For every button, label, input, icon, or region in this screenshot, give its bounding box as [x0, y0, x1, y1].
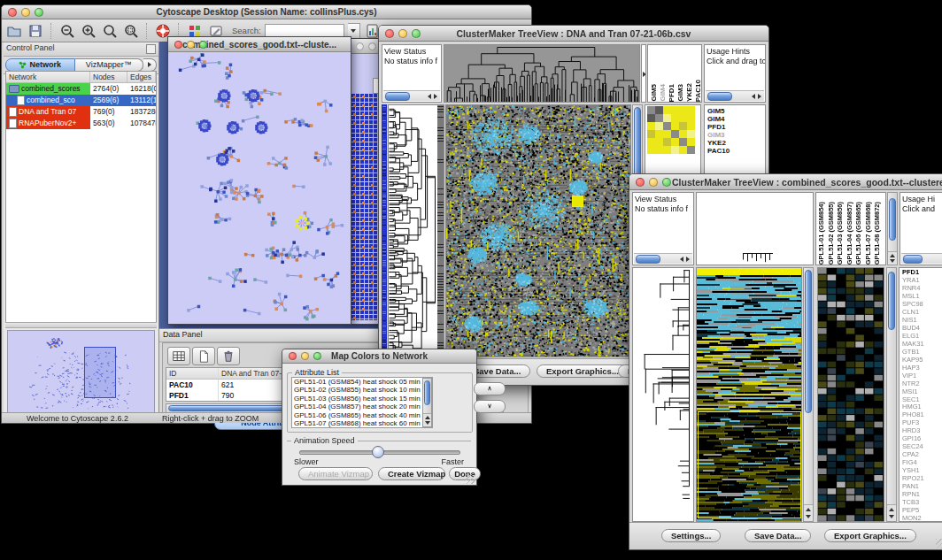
network-row[interactable]: DNA and Tran 07769(0)183728(0) [6, 106, 156, 118]
network-window-titlebar[interactable]: combined_scores_good.txt--cluste... [168, 37, 351, 52]
similarity-matrix[interactable] [647, 106, 695, 154]
close-button[interactable] [356, 42, 364, 50]
move-up-button[interactable]: ∧ [474, 382, 506, 395]
cytoscape-titlebar[interactable]: Cytoscape Desktop (Session Name: collins… [2, 5, 531, 19]
attribute-item[interactable]: GPL51-01 (GSM854) heat shock 05 min [292, 378, 432, 386]
tv2-zoom-vscrollbar[interactable] [886, 267, 897, 522]
treeview2-titlebar[interactable]: ClusterMaker TreeView : combined_scores_… [629, 174, 942, 190]
matrix-cell[interactable] [647, 130, 655, 138]
header-network[interactable]: Network [6, 72, 90, 82]
delete-attribute-icon[interactable] [217, 347, 240, 365]
animate-vizmap-button[interactable]: Animate Vizmap [298, 467, 373, 480]
tab-network[interactable]: Network [5, 58, 75, 72]
close-button[interactable] [636, 178, 645, 187]
new-attribute-icon[interactable] [192, 347, 215, 365]
column-id[interactable]: ID [166, 368, 219, 379]
matrix-cell[interactable] [679, 122, 687, 130]
matrix-cell[interactable] [647, 122, 655, 130]
network-row[interactable]: RNAPuberNov2+563(0)107847(0) [6, 118, 156, 129]
matrix-cell[interactable] [663, 114, 671, 122]
matrix-cell[interactable] [679, 114, 687, 122]
move-down-button[interactable]: ∨ [474, 400, 506, 413]
gene-label[interactable]: PAC10 [707, 147, 765, 155]
tv2-row-dendrogram[interactable] [632, 267, 694, 522]
matrix-cell[interactable] [687, 130, 695, 138]
matrix-cell[interactable] [655, 122, 663, 130]
tab-vizmapper[interactable]: VizMapper™ [75, 58, 144, 72]
matrix-cell[interactable] [647, 106, 655, 114]
attribute-item[interactable]: GPL51-02 (GSM855) heat shock 10 min [292, 386, 432, 394]
treeview1-titlebar[interactable]: ClusterMaker TreeView : DNA and Tran 07-… [379, 26, 768, 42]
matrix-cell[interactable] [671, 106, 679, 114]
matrix-cell[interactable] [647, 138, 655, 146]
resize-grip[interactable] [936, 539, 942, 548]
close-button[interactable] [174, 41, 182, 49]
zoom-out-icon[interactable] [58, 22, 76, 40]
attribute-item[interactable]: GPL51-07 (GSM868) heat shock 60 min [292, 419, 432, 427]
close-button[interactable] [289, 352, 297, 360]
network-row[interactable]: combined_sco2569(6)13112(15) [6, 95, 156, 106]
gene-label[interactable]: PFD1 [707, 123, 765, 131]
float-panel-icon[interactable] [146, 44, 156, 54]
tv1-hints-hscrollbar[interactable] [706, 90, 764, 101]
matrix-cell[interactable] [687, 114, 695, 122]
matrix-cell[interactable] [679, 130, 687, 138]
matrix-cell[interactable] [663, 122, 671, 130]
tv2-hints-hscrollbar[interactable] [901, 253, 942, 264]
matrix-cell[interactable] [671, 122, 679, 130]
minimize-button[interactable] [649, 178, 658, 187]
matrix-cell[interactable] [655, 114, 663, 122]
minimize-button[interactable] [187, 41, 195, 49]
matrix-cell[interactable] [679, 138, 687, 146]
zoom-button[interactable] [412, 29, 421, 38]
attribute-select-icon[interactable] [167, 347, 190, 365]
matrix-cell[interactable] [663, 138, 671, 146]
done-button[interactable]: Done [449, 467, 481, 480]
zoom-in-icon[interactable] [80, 22, 97, 40]
tv2-status-hscrollbar[interactable] [634, 253, 692, 264]
matrix-cell[interactable] [663, 146, 671, 154]
network-row[interactable]: combined_scores2764(0)16218(0) [6, 83, 156, 95]
matrix-cell[interactable] [671, 138, 679, 146]
zoom-button[interactable] [35, 8, 43, 17]
matrix-cell[interactable] [671, 146, 679, 154]
matrix-cell[interactable] [687, 106, 695, 114]
gene-label[interactable]: GIM4 [707, 115, 765, 123]
open-folder-icon[interactable] [5, 22, 23, 40]
matrix-cell[interactable] [679, 106, 687, 114]
gene-label[interactable]: GIM3 [707, 131, 765, 139]
resize-grip[interactable] [466, 474, 475, 484]
matrix-cell[interactable] [655, 146, 663, 154]
close-button[interactable] [385, 29, 394, 38]
speed-slider-thumb[interactable] [372, 446, 384, 458]
minimize-button[interactable] [398, 29, 407, 38]
matrix-cell[interactable] [655, 138, 663, 146]
tv2-labels-vscrollbar[interactable] [887, 192, 898, 265]
attribute-item[interactable]: GPL51-04 (GSM857) heat shock 20 min [292, 403, 432, 410]
matrix-cell[interactable] [671, 114, 679, 122]
matrix-cell[interactable] [687, 146, 695, 154]
tv2-heatmap[interactable] [696, 267, 802, 522]
tv1-row-dendrogram[interactable] [388, 104, 444, 357]
tv2-heatmap-vscrollbar[interactable] [803, 267, 814, 522]
network-view-canvas[interactable] [169, 53, 348, 321]
matrix-cell[interactable] [663, 130, 671, 138]
header-edges[interactable]: Edges [127, 72, 156, 82]
gene-label[interactable]: GIM5 [707, 107, 765, 115]
tv1-button-export-graphics-[interactable]: Export Graphics... [537, 364, 629, 378]
matrix-cell[interactable] [679, 146, 687, 154]
minimize-button[interactable] [368, 42, 376, 50]
dialog-titlebar[interactable]: Map Colors to Network [282, 349, 476, 364]
close-button[interactable] [8, 8, 17, 17]
zoom-selected-icon[interactable] [101, 22, 119, 40]
tv1-status-hscrollbar[interactable] [383, 90, 440, 101]
birdseye-canvas[interactable] [8, 331, 153, 410]
tv2-button-export-graphics-[interactable]: Export Graphics... [824, 529, 916, 542]
zoom-button[interactable] [199, 41, 207, 49]
birdseye-viewport-rect[interactable] [84, 347, 116, 398]
birdseye-view[interactable] [7, 330, 155, 413]
zoom-button[interactable] [313, 352, 321, 360]
tv2-column-dendrogram[interactable] [696, 192, 814, 265]
panel-splitter[interactable] [5, 322, 157, 328]
tab-overflow-arrow[interactable] [143, 58, 157, 72]
